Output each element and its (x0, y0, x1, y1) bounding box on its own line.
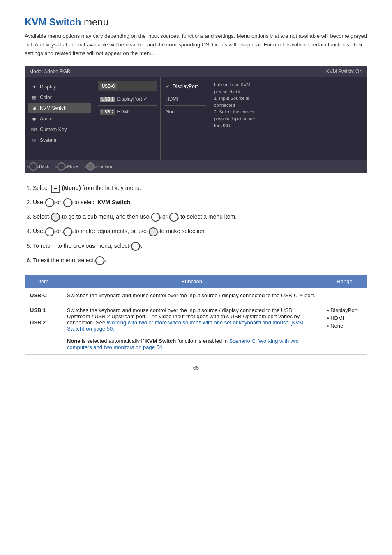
instruction-6: To exit the menu, select . (33, 256, 367, 265)
osd-sub-menu: USB-C USB 1 DisplayPort ✓ USB 2 HDMI (95, 77, 161, 160)
range-usbc (322, 288, 367, 303)
item-usbc: USB-C (25, 288, 62, 303)
usb1-option: DisplayPort ✓ (117, 96, 148, 102)
knob-icon-6 (63, 227, 72, 236)
page-title: KVM Switch menu (25, 16, 367, 28)
osd-opt-empty4 (164, 141, 206, 144)
confirm-icon-2 (149, 227, 158, 236)
osd-menu-item-system: ⚙ System (28, 135, 91, 146)
kvm-table: Item Function Range USB-C Switches the k… (25, 275, 367, 355)
opt-hdmi-label: HDMI (166, 96, 178, 102)
osd-menu-label-audio: Audio (40, 116, 53, 122)
osd-opt-hdmi: HDMI (164, 95, 206, 104)
osd-menu-label-kvm: KVM Switch (40, 105, 67, 111)
instructions-section: Select ☰ (Menu) from the hot key menu. U… (25, 183, 367, 265)
osd-hint: If it can't use KVM, please check 1. Inp… (210, 77, 367, 160)
osd-menu-label-system: System (40, 137, 56, 143)
usbc-badge: USB-C (100, 83, 117, 89)
osd-opt-none: None (164, 107, 206, 116)
col-header-function: Function (62, 275, 322, 288)
osd-options: ✓ DisplayPort HDMI None (161, 77, 210, 160)
instructions-list: Select ☰ (Menu) from the hot key menu. U… (25, 183, 367, 265)
osd-menu-box: Mode: Adobe RGB KVM Switch: ON ✦ Display… (25, 66, 367, 173)
function-usb12: Switches the keyboard and mouse control … (62, 303, 322, 355)
instruction-3: Select to go to a sub menu, and then use… (33, 212, 367, 222)
osd-confirm-btn: Confirm (86, 162, 112, 171)
display-icon: ✦ (31, 83, 37, 90)
table-header-row: Item Function Range (25, 275, 367, 288)
menu-bold: (Menu) (62, 185, 81, 191)
instruction-4: Use or to make adjustments, or use to ma… (33, 227, 367, 236)
osd-confirm-label: Confirm (96, 164, 112, 169)
osd-move-label: Move (67, 164, 78, 169)
table-body: USB-C Switches the keyboard and mouse co… (25, 288, 367, 355)
color-icon: ▦ (31, 94, 37, 101)
osd-body: ✦ Display ▦ Color ⊞ KVM Switch ◉ Audio ⌨… (25, 77, 367, 160)
item-usb1: USB 1USB 2 (25, 303, 62, 355)
osd-opt-displayport: ✓ DisplayPort (164, 81, 206, 91)
check-icon: ✓ (166, 83, 170, 89)
osd-sub-usb2: USB 2 HDMI (98, 107, 157, 116)
col-header-range: Range (322, 275, 367, 288)
osd-menu-item-kvm: ⊞ KVM Switch (28, 103, 91, 113)
range-list: DisplayPort HDMI None (327, 307, 362, 329)
custom-icon: ⌨ (31, 126, 37, 133)
osd-sub-empty3 (98, 134, 157, 137)
table-header: Item Function Range (25, 275, 367, 288)
osd-sub-empty2 (98, 127, 157, 130)
osd-move-btn: Move (57, 162, 78, 171)
kvm-switch-label: KVM Switch (145, 338, 176, 344)
range-usb12: DisplayPort HDMI None (322, 303, 367, 355)
osd-back-label: Back (39, 164, 49, 169)
knob-icon-3 (151, 213, 160, 222)
osd-menu-item-audio: ◉ Audio (28, 113, 91, 124)
table-row-usbc: USB-C Switches the keyboard and mouse co… (25, 288, 367, 303)
range-item-displayport: DisplayPort (327, 307, 362, 313)
osd-sub-empty4 (98, 141, 157, 144)
knob-icon-2 (63, 198, 72, 207)
range-item-hdmi: HDMI (327, 315, 362, 321)
knob-icon-4 (169, 213, 178, 222)
instruction-5: To return to the previous menu, select . (33, 241, 367, 251)
osd-menu-item-display: ✦ Display (28, 81, 91, 92)
col-header-item: Item (25, 275, 62, 288)
page-number: 65 (25, 365, 367, 371)
usb1-badge: USB 1 (100, 97, 115, 102)
usb2-option: HDMI (117, 109, 129, 115)
usb2-badge: USB 2 (100, 109, 115, 115)
back-icon-1 (131, 242, 140, 251)
menu-icon-inline: ☰ (51, 185, 60, 193)
osd-mode-label: Mode: Adobe RGB (29, 69, 70, 74)
knob-icon-1 (45, 198, 54, 207)
osd-menu-label-custom: Custom Key (40, 127, 67, 132)
osd-main-menu: ✦ Display ▦ Color ⊞ KVM Switch ◉ Audio ⌨… (25, 77, 95, 160)
confirm-icon-1 (51, 213, 60, 222)
confirm-knob-icon (86, 162, 95, 171)
osd-opt-empty3 (164, 134, 206, 137)
osd-menu-item-custom: ⌨ Custom Key (28, 124, 91, 135)
link-kvm-working[interactable]: Working with two or more video sources w… (67, 319, 304, 332)
title-menu: menu (81, 16, 108, 28)
system-icon: ⚙ (31, 137, 37, 143)
osd-menu-label-color: Color (40, 95, 52, 100)
none-label: None (67, 338, 81, 344)
move-knob-icon (57, 162, 65, 171)
back-knob-icon (29, 162, 37, 171)
osd-back-btn: Back (29, 162, 49, 171)
link-scenario-c[interactable]: Scenario C: Working with two computers a… (67, 338, 299, 350)
osd-sub-usb1: USB 1 DisplayPort ✓ (98, 95, 157, 104)
instruction-1: Select ☰ (Menu) from the hot key menu. (33, 183, 367, 192)
osd-footer: Back Move Confirm (25, 160, 367, 173)
osd-menu-label-display: Display (40, 84, 56, 90)
back-icon-2 (95, 256, 104, 265)
osd-hint-text: If it can't use KVM, please check 1. Inp… (214, 81, 363, 129)
osd-sub-usbc: USB-C (98, 81, 157, 91)
knob-icon-5 (45, 227, 54, 236)
opt-displayport-label: DisplayPort (173, 83, 198, 89)
osd-menu-item-color: ▦ Color (28, 92, 91, 103)
opt-none-label: None (166, 109, 178, 115)
osd-sub-empty1 (98, 120, 157, 123)
osd-opt-empty2 (164, 127, 206, 130)
intro-paragraph: Available menu options may vary dependin… (25, 32, 367, 58)
title-kvm: KVM Switch (25, 16, 81, 28)
